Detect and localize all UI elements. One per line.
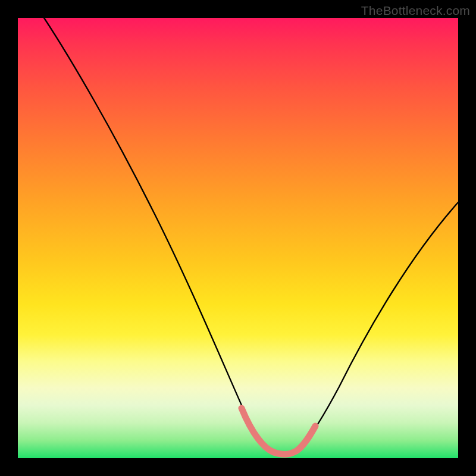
curve-path: [44, 18, 458, 455]
bottleneck-curve: [18, 18, 458, 458]
chart-frame: TheBottleneck.com: [0, 0, 476, 476]
plot-area: [18, 18, 458, 458]
curve-highlight: [242, 408, 315, 455]
attribution-text: TheBottleneck.com: [361, 4, 470, 18]
